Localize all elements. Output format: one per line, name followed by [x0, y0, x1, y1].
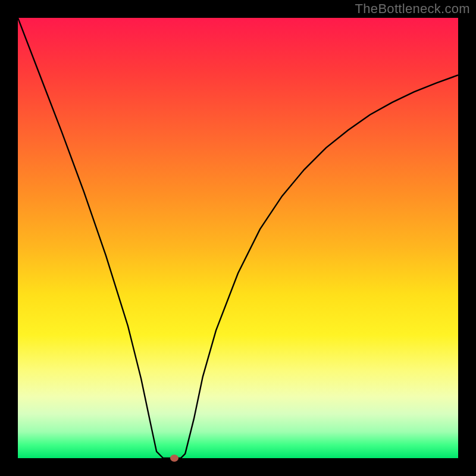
curve-svg: [18, 18, 458, 458]
chart-frame: TheBottleneck.com: [0, 0, 476, 476]
watermark-text: TheBottleneck.com: [355, 1, 470, 17]
data-marker: [170, 455, 178, 462]
curve-line: [18, 18, 458, 458]
plot-area: [18, 18, 458, 458]
